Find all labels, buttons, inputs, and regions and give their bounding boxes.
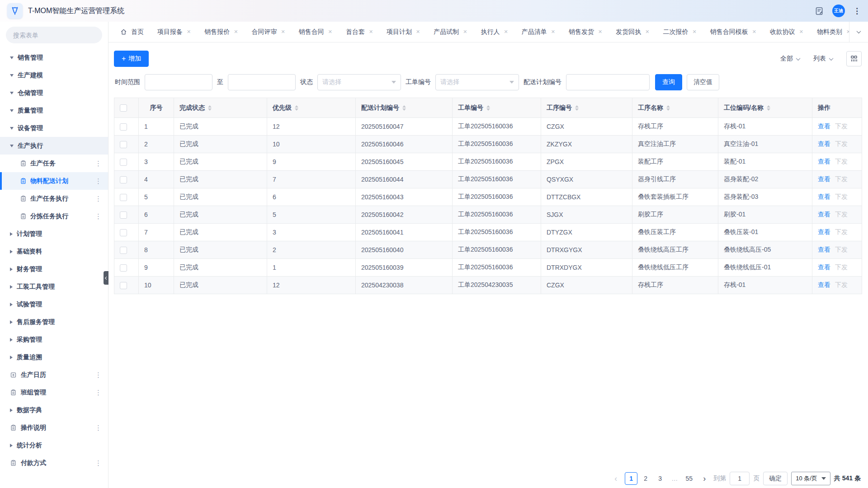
tab[interactable]: 产品清单✕ [522,28,555,36]
tab-close-icon[interactable]: ✕ [799,29,803,35]
form-notes-icon[interactable] [815,6,824,16]
sidebar-item[interactable]: 质量追溯 [0,348,108,366]
row-checkbox[interactable] [120,123,127,131]
add-button[interactable]: + 增加 [114,51,149,67]
sort-icon[interactable] [295,105,298,111]
select-all-checkbox[interactable] [120,104,127,112]
tab[interactable]: 销售发货✕ [569,28,602,36]
dispatch-link[interactable]: 下发 [835,122,848,130]
sort-icon[interactable] [402,105,406,111]
tab-close-icon[interactable]: ✕ [234,29,238,35]
item-menu-icon[interactable]: ⋮ [93,371,104,379]
item-menu-icon[interactable]: ⋮ [93,212,104,221]
tab-close-icon[interactable]: ✕ [281,29,285,35]
page-number-button[interactable]: 1 [625,472,637,485]
sidebar-item[interactable]: 统计分析 [0,436,108,454]
delivery-plan-input[interactable] [566,74,650,90]
next-page-button[interactable]: › [699,472,710,485]
tab-overflow-button[interactable] [849,22,868,42]
sidebar-item[interactable]: 财务管理 [0,260,108,278]
dispatch-link[interactable]: 下发 [835,175,848,183]
sidebar-item[interactable]: 操作说明⋮ [0,419,108,436]
item-menu-icon[interactable]: ⋮ [93,160,104,168]
item-menu-icon[interactable]: ⋮ [93,389,104,397]
sidebar-subitem[interactable]: 生产任务执行⋮ [0,190,108,207]
row-checkbox[interactable] [120,264,127,272]
dispatch-link[interactable]: 下发 [835,228,848,235]
dispatch-link[interactable]: 下发 [835,211,848,218]
sidebar-item[interactable]: 工装工具管理 [0,278,108,296]
view-link[interactable]: 查看 [818,122,830,130]
item-menu-icon[interactable]: ⋮ [93,459,104,467]
sidebar-item[interactable]: 生产建模 [0,66,108,84]
view-link[interactable]: 查看 [818,211,830,218]
row-checkbox[interactable] [120,282,127,289]
scope-dropdown[interactable]: 全部 [780,55,800,63]
sidebar-item[interactable]: 生产执行 [0,137,108,155]
view-link[interactable]: 查看 [818,140,830,147]
tab[interactable]: 合同评审✕ [251,28,285,36]
sidebar-item[interactable]: 付款方式⋮ [0,454,108,472]
page-jump-input[interactable] [730,472,750,485]
view-link[interactable]: 查看 [818,281,830,288]
tab-close-icon[interactable]: ✕ [416,29,420,35]
tab-close-icon[interactable]: ✕ [692,29,696,35]
tab-home[interactable]: 首页 [120,28,144,36]
page-jump-confirm-button[interactable]: 确定 [763,472,788,485]
item-menu-icon[interactable]: ⋮ [93,177,104,185]
sidebar-item[interactable]: 设备管理 [0,119,108,137]
tab[interactable]: 销售合同✕ [299,28,332,36]
sort-icon[interactable] [666,105,670,111]
tab[interactable]: 二次报价✕ [663,28,696,36]
tab-close-icon[interactable]: ✕ [551,29,555,35]
dispatch-link[interactable]: 下发 [835,263,848,271]
row-checkbox[interactable] [120,211,127,219]
sidebar-subitem[interactable]: 生产任务⋮ [0,155,108,172]
sidebar-item[interactable]: 数据字典 [0,401,108,419]
date-end-input[interactable] [228,74,296,90]
row-checkbox[interactable] [120,194,127,201]
dispatch-link[interactable]: 下发 [835,246,848,253]
tab[interactable]: 执行人✕ [481,28,508,36]
tab-close-icon[interactable]: ✕ [598,29,602,35]
sidebar-item[interactable]: 班组管理⋮ [0,384,108,401]
sidebar-item[interactable]: 生产日历⋮ [0,366,108,384]
tab[interactable]: 项目报备✕ [157,28,191,36]
tab[interactable]: 首台套✕ [346,28,373,36]
sort-icon[interactable] [486,105,490,111]
sort-icon[interactable] [208,105,212,111]
row-checkbox[interactable] [120,159,127,166]
status-select[interactable]: 请选择 [317,74,401,90]
row-checkbox[interactable] [120,247,127,254]
row-checkbox[interactable] [120,176,127,183]
view-link[interactable]: 查看 [818,246,830,253]
view-link[interactable]: 查看 [818,158,830,165]
sidebar-item[interactable]: 基础资料 [0,243,108,260]
view-link[interactable]: 查看 [818,193,830,200]
view-link[interactable]: 查看 [818,175,830,183]
sidebar-item[interactable]: 试验管理 [0,296,108,313]
tab-close-icon[interactable]: ✕ [328,29,332,35]
view-link[interactable]: 查看 [818,263,830,271]
tab-close-icon[interactable]: ✕ [645,29,649,35]
prev-page-button[interactable]: ‹ [610,472,621,485]
tab-close-icon[interactable]: ✕ [187,29,191,35]
tab[interactable]: 物料类别✕ [817,28,849,36]
sidebar-item[interactable]: 质量管理 [0,102,108,119]
dispatch-link[interactable]: 下发 [835,281,848,288]
row-checkbox[interactable] [120,229,127,236]
dispatch-link[interactable]: 下发 [835,158,848,165]
sort-icon[interactable] [575,105,579,111]
query-button[interactable]: 查询 [655,74,682,90]
sidebar-item[interactable]: 仓储管理 [0,84,108,102]
tab[interactable]: 项目计划✕ [387,28,420,36]
clear-button[interactable]: 清空值 [687,74,719,90]
tab-close-icon[interactable]: ✕ [463,29,467,35]
sidebar-item[interactable]: 销售管理 [0,49,108,66]
sort-icon[interactable] [767,105,770,111]
tab-close-icon[interactable]: ✕ [504,29,508,35]
page-number-button[interactable]: 55 [683,472,695,485]
more-menu-icon[interactable]: ⋮ [853,6,861,16]
item-menu-icon[interactable]: ⋮ [93,195,104,203]
column-settings-button[interactable] [846,51,862,66]
